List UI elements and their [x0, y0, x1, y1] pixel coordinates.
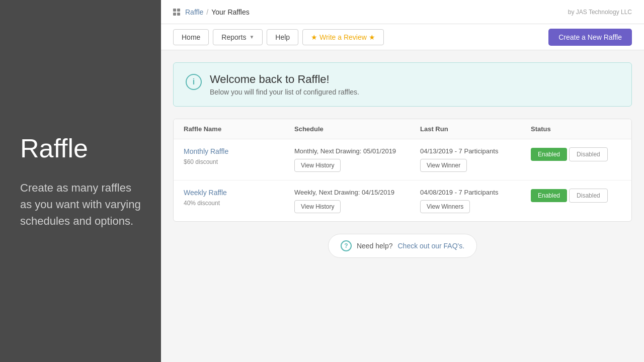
nav-left: Home Reports ▼ Help ★ Write a Review ★: [173, 29, 384, 45]
monthly-raffle-discount: $60 discount: [184, 158, 218, 165]
weekly-last-run-text: 04/08/2019 - 7 Participants: [420, 189, 531, 196]
monthly-view-history-button[interactable]: View History: [294, 159, 341, 172]
breadcrumb: Raffle / Your Raffles: [173, 8, 250, 16]
welcome-banner: i Welcome back to Raffle! Below you will…: [173, 62, 632, 107]
weekly-schedule-text: Weekly, Next Drawing: 04/15/2019: [294, 189, 420, 196]
help-icon: ?: [341, 240, 352, 251]
monthly-view-winner-button[interactable]: View Winner: [420, 159, 467, 172]
reports-dropdown-arrow: ▼: [249, 34, 254, 40]
last-run-cell: 04/08/2019 - 7 Participants View Winners: [420, 189, 531, 213]
monthly-schedule-text: Monthly, Next Drawing: 05/01/2019: [294, 147, 420, 155]
table-row: Weekly Raffle 40% discount Weekly, Next …: [174, 180, 631, 221]
last-run-cell: 04/13/2019 - 7 Participants View Winner: [420, 147, 531, 172]
create-new-raffle-button[interactable]: Create a New Raffle: [548, 29, 632, 46]
raffle-table: Raffle Name Schedule Last Run Status Mon…: [173, 119, 632, 222]
col-header-name: Raffle Name: [184, 125, 294, 133]
weekly-raffle-link[interactable]: Weekly Raffle: [184, 189, 294, 197]
breadcrumb-current: Your Raffles: [211, 8, 250, 16]
faq-link[interactable]: Check out our FAQ's.: [398, 242, 465, 250]
weekly-raffle-discount: 40% discount: [184, 200, 220, 207]
by-text: by JAS Technology LLC: [568, 9, 632, 16]
breadcrumb-app-link[interactable]: Raffle: [185, 8, 203, 16]
help-box: ? Need help? Check out our FAQ's.: [328, 234, 477, 258]
content-area: i Welcome back to Raffle! Below you will…: [161, 50, 644, 362]
table-row: Monthly Raffle $60 discount Monthly, Nex…: [174, 139, 631, 180]
help-text: Need help?: [357, 242, 393, 250]
sidebar-description: Create as many raffles as you want with …: [20, 179, 141, 229]
monthly-last-run-text: 04/13/2019 - 7 Participants: [420, 147, 531, 155]
weekly-disabled-button[interactable]: Disabled: [569, 189, 608, 203]
monthly-enabled-button[interactable]: Enabled: [531, 148, 567, 161]
monthly-status-group: Enabled Disabled: [531, 147, 621, 161]
col-header-schedule: Schedule: [294, 125, 420, 133]
grid-icon: [173, 9, 180, 16]
weekly-status-group: Enabled Disabled: [531, 189, 621, 203]
breadcrumb-separator: /: [206, 8, 208, 16]
navbar: Home Reports ▼ Help ★ Write a Review ★ C…: [161, 24, 644, 50]
home-button[interactable]: Home: [173, 29, 209, 45]
raffle-name-cell: Monthly Raffle $60 discount: [184, 147, 294, 166]
info-icon: i: [186, 74, 202, 90]
help-section: ? Need help? Check out our FAQ's.: [173, 234, 632, 258]
weekly-view-history-button[interactable]: View History: [294, 200, 341, 213]
monthly-disabled-button[interactable]: Disabled: [569, 147, 608, 161]
topbar: Raffle / Your Raffles by JAS Technology …: [161, 0, 644, 24]
welcome-subtitle: Below you will find your list of configu…: [210, 88, 359, 96]
reports-button[interactable]: Reports ▼: [213, 29, 263, 45]
monthly-raffle-link[interactable]: Monthly Raffle: [184, 147, 294, 155]
col-header-last-run: Last Run: [420, 125, 531, 133]
sidebar: Raffle Create as many raffles as you wan…: [0, 0, 161, 362]
help-button[interactable]: Help: [267, 29, 298, 45]
app-title: Raffle: [20, 133, 141, 163]
weekly-enabled-button[interactable]: Enabled: [531, 189, 567, 202]
schedule-cell: Weekly, Next Drawing: 04/15/2019 View Hi…: [294, 189, 420, 213]
write-review-button[interactable]: ★ Write a Review ★: [302, 29, 384, 45]
main-content: Raffle / Your Raffles by JAS Technology …: [161, 0, 644, 362]
weekly-view-winner-button[interactable]: View Winners: [420, 200, 470, 213]
schedule-cell: Monthly, Next Drawing: 05/01/2019 View H…: [294, 147, 420, 172]
welcome-title: Welcome back to Raffle!: [210, 73, 359, 86]
welcome-text: Welcome back to Raffle! Below you will f…: [210, 73, 359, 96]
raffle-name-cell: Weekly Raffle 40% discount: [184, 189, 294, 207]
table-header: Raffle Name Schedule Last Run Status: [174, 119, 631, 139]
col-header-status: Status: [531, 125, 621, 133]
